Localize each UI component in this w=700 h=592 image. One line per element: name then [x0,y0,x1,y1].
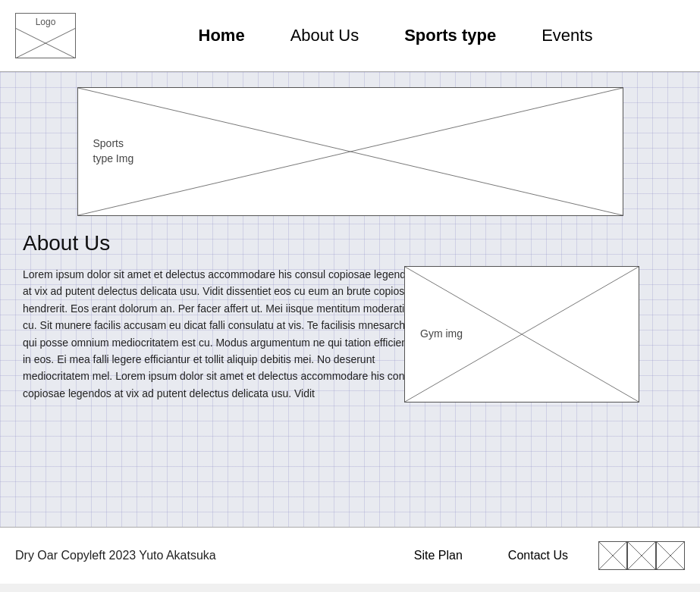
site-plan-link[interactable]: Site Plan [414,549,463,562]
nav-sports[interactable]: Sports type [404,26,496,45]
sports-type-image: Sportstype Img [77,87,623,216]
nav-home[interactable]: Home [199,26,245,45]
about-lower: Lorem ipsum dolor sit amet et delectus a… [23,266,677,410]
logo[interactable]: Logo [15,13,76,58]
contact-link[interactable]: Contact Us [508,549,568,562]
header: Logo Home About Us Sports type Events [0,0,700,72]
about-section: About Us Lorem ipsum dolor sit amet et d… [23,231,677,410]
social-icons [598,541,685,570]
social-icon-1[interactable] [598,541,627,570]
footer-copyright: Dry Oar Copyleft 2023 Yuto Akatsuka [15,549,414,562]
about-title: About Us [23,231,677,255]
footer: Dry Oar Copyleft 2023 Yuto Akatsuka Site… [0,527,700,584]
nav-events[interactable]: Events [541,26,592,45]
footer-links: Site Plan Contact Us [414,549,568,562]
social-icon-3[interactable] [656,541,685,570]
nav-about[interactable]: About Us [290,26,359,45]
social-icon-2[interactable] [627,541,656,570]
main-content: Sportstype Img About Us Lorem ipsum dolo… [0,72,700,527]
main-nav: Home About Us Sports type Events [106,26,685,45]
gym-image: Gym img [404,266,639,402]
about-text: Lorem ipsum dolor sit amet et delectus a… [23,266,425,402]
